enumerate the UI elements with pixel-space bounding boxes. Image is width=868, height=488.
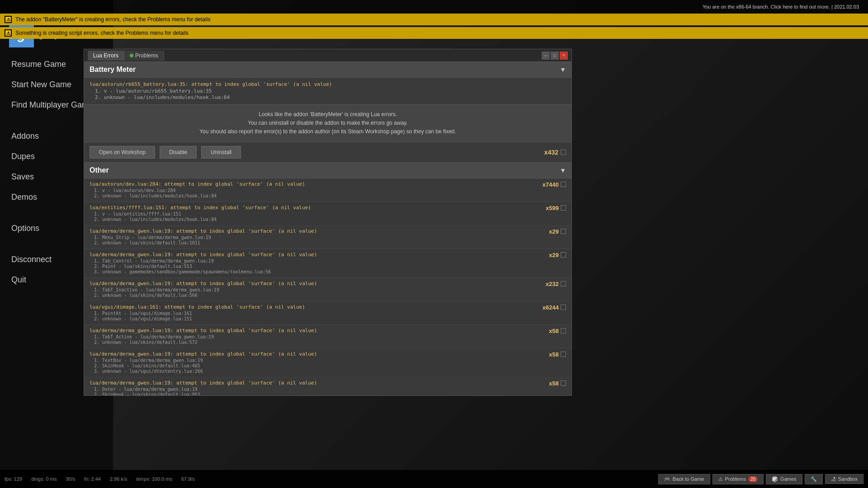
warning-text-2: Something is creating script errors, che… (15, 30, 189, 36)
warning-triangle-icon: ⚠ (718, 476, 723, 482)
copy-icon-7[interactable] (561, 328, 566, 333)
error-9-main: lua/derma/derma_gwen.lua:19: attempt to … (90, 380, 544, 386)
battery-meter-header: Battery Meter ▼ (84, 62, 571, 78)
copy-icon-4[interactable] (561, 252, 566, 258)
error-6-trace-1: 1. PaintAt - lua/vgui/dimage.lua:161 (90, 311, 538, 316)
error-item-3-content: lua/derma/derma_gwen.lua:19: attempt to … (90, 228, 544, 246)
error-item-4-content: lua/derma/derma_gwen.lua:19: attempt to … (90, 252, 544, 275)
error-item-5: lua/derma/derma_gwen.lua:19: attempt to … (84, 278, 571, 301)
tab-check-icon (130, 54, 133, 57)
error-5-trace-2: 2. unknown - lua/skins/default.lua:566 (90, 293, 541, 298)
workshop-icon-button[interactable]: 🔧 (805, 474, 823, 484)
tab-lua-errors[interactable]: Lua Errors (88, 51, 124, 61)
error-4-trace-1: 1. Tab_Control - lua/derma/derma_gwen.lu… (90, 258, 544, 263)
stat-fps: fps: 129 (5, 476, 22, 482)
battery-meter-collapse-icon[interactable]: ▼ (560, 66, 566, 73)
copy-icon-6[interactable] (561, 305, 566, 310)
battery-meter-count: x432 (544, 149, 566, 156)
error-1-trace-1: 1. v - lua/autorun/dev.lua:284 (90, 188, 538, 193)
warning-icon-1: ⚠ (5, 16, 12, 23)
error-8-count: x58 (549, 351, 566, 358)
info-text-1: Looks like the addon 'BatteryMeter' is c… (90, 110, 566, 119)
error-4-main: lua/derma/derma_gwen.lua:19: attempt to … (90, 252, 544, 258)
error-5-trace-1: 1. TabT_Inactive - lua/derma/derma_gwen.… (90, 287, 541, 292)
copy-icon-8[interactable] (561, 352, 566, 357)
error-9-count: x58 (549, 380, 566, 387)
error-2-count: x599 (546, 205, 566, 211)
error-5-count: x232 (546, 281, 566, 287)
warning-icon-2: ⚠ (5, 29, 12, 37)
stat-rate1: 30/s (66, 476, 75, 482)
tab-problems[interactable]: Problems (124, 51, 164, 61)
battery-meter-trace-1: 1. v - lua/autorun/rb655_battery.lua:35 (90, 88, 566, 94)
error-5-main: lua/derma/derma_gwen.lua:19: attempt to … (90, 281, 541, 286)
minimize-button[interactable]: – (542, 52, 550, 60)
error-9-trace-2: 2. SkinHook - lua/skins/default.lua:953 (90, 392, 544, 395)
sandbox-button[interactable]: 🏖 Sandbox (825, 474, 863, 484)
copy-icon-2[interactable] (561, 205, 566, 211)
error-3-count: x29 (549, 228, 566, 235)
error-3-main: lua/derma/derma_gwen.lua:19: attempt to … (90, 228, 544, 234)
error-item-7-content: lua/derma/derma_gwen.lua:19: attempt to … (90, 328, 544, 345)
battery-meter-info-box: Looks like the addon 'BatteryMeter' is c… (84, 105, 571, 142)
stat-terrpx: terrpx: 100.0 ms (136, 476, 172, 482)
bottom-stats: fps: 129 dings: 0 ms 30/s fn: 2.44 2.96 … (5, 476, 195, 482)
games-icon: 🎲 (772, 476, 778, 482)
error-item-2-content: lua/entities/ffff.lua:151: attempt to in… (90, 205, 541, 222)
error-8-main: lua/derma/derma_gwen.lua:19: attempt to … (90, 351, 544, 357)
info-text-2: You can uninstall or disable the addon t… (90, 119, 566, 127)
other-title: Other (90, 166, 109, 174)
stat-fn: fn: 2.44 (84, 476, 101, 482)
maximize-button[interactable]: □ (551, 52, 559, 60)
error-8-trace-3: 3. unknown - lua/vgui/dtextentry.lua:266 (90, 369, 544, 374)
battery-meter-error-details: lua/autorun/rb655_battery.lua:35: attemp… (84, 78, 571, 105)
error-8-trace-1: 1. TextBox - lua/derma/derma_gwen.lua:19 (90, 358, 544, 363)
bottom-bar: fps: 129 dings: 0 ms 30/s fn: 2.44 2.96 … (0, 470, 868, 488)
close-button[interactable]: × (560, 52, 568, 60)
stat-bandwidth: 2.96 k/s (110, 476, 127, 482)
games-button[interactable]: 🎲 Games (766, 474, 802, 484)
workshop-button[interactable]: Open on Workshop (90, 146, 155, 159)
copy-icon-5[interactable] (561, 281, 566, 286)
copy-icon-battery[interactable] (561, 150, 566, 155)
stat-dings: dings: 0 ms (31, 476, 57, 482)
error-6-trace-2: 2. unknown - lua/vgui/dimage.lua:151 (90, 316, 538, 321)
error-6-main: lua/vgui/dimage.lua:161: attempt to inde… (90, 304, 538, 310)
error-7-count: x58 (549, 328, 566, 334)
copy-icon-3[interactable] (561, 229, 566, 234)
error-9-trace-1: 1. Outer - lua/derma/derma_gwen.lua:19 (90, 387, 544, 392)
back-to-game-button[interactable]: 🎮 Back to Game (658, 474, 710, 484)
warning-banner-1[interactable]: ⚠ The addon "BatteryMeter" is creating e… (0, 14, 868, 25)
error-item-8: lua/derma/derma_gwen.lua:19: attempt to … (84, 348, 571, 377)
error-item-6-content: lua/vgui/dimage.lua:161: attempt to inde… (90, 304, 538, 322)
error-item-9: lua/derma/derma_gwen.lua:19: attempt to … (84, 377, 571, 395)
error-item-7: lua/derma/derma_gwen.lua:19: attempt to … (84, 325, 571, 348)
error-4-trace-3: 3. unknown - gamemodes/sandbox/gamemode/… (90, 269, 544, 274)
branch-notice: You are on the x86-64 branch. Click here… (703, 4, 859, 9)
problems-badge: 20 (748, 476, 758, 482)
error-6-count: x6244 (542, 304, 566, 311)
error-2-main: lua/entities/ffff.lua:151: attempt to in… (90, 205, 541, 211)
error-7-trace-1: 1. TabT_Active - lua/derma/derma_gwen.lu… (90, 334, 544, 339)
error-item-5-content: lua/derma/derma_gwen.lua:19: attempt to … (90, 281, 541, 298)
problems-button[interactable]: ⚠ Problems 20 (712, 474, 764, 484)
uninstall-button[interactable]: Uninstall (201, 146, 241, 159)
warning-banner-2[interactable]: ⚠ Something is creating script errors, c… (0, 27, 868, 39)
error-item-1-content: lua/autorun/dev.lua:284: attempt to inde… (90, 181, 538, 199)
other-collapse-icon[interactable]: ▼ (560, 167, 566, 174)
error-item-4: lua/derma/derma_gwen.lua:19: attempt to … (84, 249, 571, 278)
battery-meter-error-line: lua/autorun/rb655_battery.lua:35: attemp… (90, 81, 566, 87)
disable-button[interactable]: Disable (160, 146, 197, 159)
error-item-8-content: lua/derma/derma_gwen.lua:19: attempt to … (90, 351, 544, 374)
error-2-trace-2: 2. unknown - lua/includes/modules/hook.l… (90, 217, 541, 222)
copy-icon-9[interactable] (561, 380, 566, 386)
info-text-3: You should also report the error(s) to t… (90, 127, 566, 136)
copy-icon-1[interactable] (561, 182, 566, 187)
error-3-trace-1: 1. Menu_Strip - lua/derma/derma_gwen.lua… (90, 235, 544, 240)
other-header: Other ▼ (84, 163, 571, 178)
stat-rate2: 67.9/s (181, 476, 195, 482)
error-7-trace-2: 2. unknown - lua/skins/default.lua:572 (90, 340, 544, 345)
error-item-6: lua/vgui/dimage.lua:161: attempt to inde… (84, 301, 571, 325)
battery-meter-trace-2: 2. unknown - lua/includes/modules/hook.l… (90, 94, 566, 100)
error-4-count: x29 (549, 252, 566, 258)
